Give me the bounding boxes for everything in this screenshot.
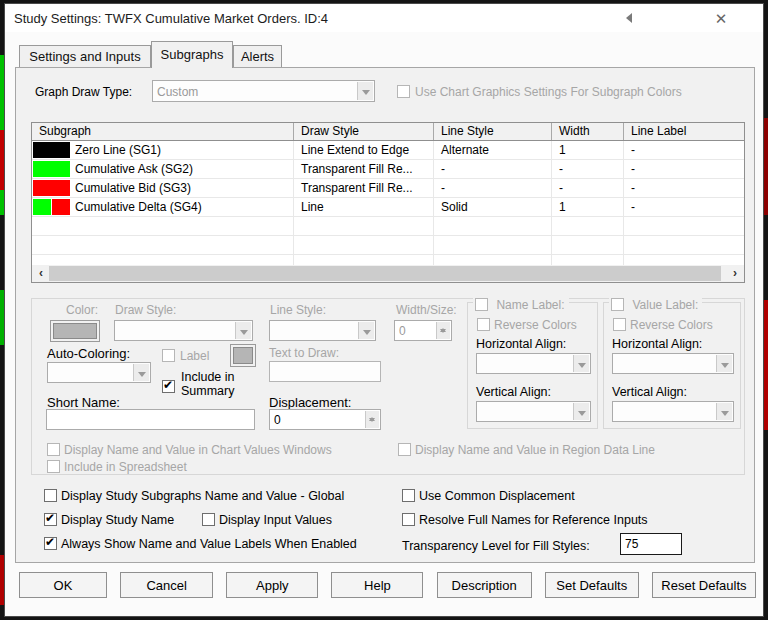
reset-defaults-button[interactable]: Reset Defaults <box>652 572 756 598</box>
include-in-summary-label: Include in Summary <box>181 370 257 398</box>
line-label-cell: - <box>624 160 744 178</box>
line-style-label: Line Style: <box>270 303 326 317</box>
name-label-group: Name Label: Reverse Colors Horizontal Al… <box>467 302 598 429</box>
color-swatch <box>33 142 70 158</box>
color-swatch <box>33 180 70 196</box>
table-row-sg1[interactable]: Zero Line (SG1) Line Extend to Edge Alte… <box>32 141 744 160</box>
col-header-line-style: Line Style <box>434 123 552 140</box>
col-header-width: Width <box>552 123 624 140</box>
displacement-spinner[interactable]: 0 <box>269 409 381 430</box>
auto-coloring-label: Auto-Coloring: <box>47 346 130 361</box>
color-swatch-split <box>33 199 70 215</box>
reverse-colors-label: Reverse Colors <box>494 318 577 332</box>
chevron-down-icon <box>235 322 251 339</box>
line-style-combo <box>269 320 376 341</box>
color-swatch-button <box>50 320 100 342</box>
display-study-name-label: Display Study Name <box>61 513 174 527</box>
tab-settings-and-inputs[interactable]: Settings and Inputs <box>19 45 151 68</box>
draw-style-cell: Transparent Fill Re... <box>294 179 434 197</box>
scroll-left-icon[interactable]: ‹ <box>33 265 49 282</box>
always-show-labels-checkbox[interactable] <box>44 537 57 550</box>
tab-alerts[interactable]: Alerts <box>233 45 282 68</box>
transparency-input[interactable] <box>620 533 682 555</box>
table-row-sg2[interactable]: Cumulative Ask (SG2) Transparent Fill Re… <box>32 160 744 179</box>
display-input-values-label: Display Input Values <box>219 513 332 527</box>
width-size-label: Width/Size: <box>396 303 457 317</box>
window-title: Study Settings: TWFX Cumulative Market O… <box>14 11 328 26</box>
displacement-label: Displacement: <box>269 395 351 410</box>
dialog-button-row: OK Cancel Apply Help Description Set Def… <box>19 572 756 598</box>
display-study-name-checkbox[interactable] <box>44 513 57 526</box>
horizontal-scrollbar[interactable]: ‹ › <box>32 265 744 282</box>
col-header-line-label: Line Label <box>624 123 744 140</box>
help-button[interactable]: Help <box>331 572 423 598</box>
horizontal-align-combo <box>612 353 734 374</box>
width-cell: 1 <box>552 198 624 216</box>
title-bar[interactable]: Study Settings: TWFX Cumulative Market O… <box>5 4 763 32</box>
tab-subgraphs[interactable]: Subgraphs <box>151 41 233 68</box>
table-header-row: Subgraph Draw Style Line Style Width Lin… <box>32 123 744 141</box>
draw-style-combo <box>114 320 253 341</box>
ok-button[interactable]: OK <box>19 572 107 598</box>
apply-button[interactable]: Apply <box>226 572 318 598</box>
label-checkbox-label: Label <box>180 349 209 363</box>
col-header-draw-style: Draw Style <box>294 123 434 140</box>
subgraph-table: Subgraph Draw Style Line Style Width Lin… <box>31 122 745 283</box>
scroll-right-icon[interactable]: › <box>727 265 743 282</box>
color-swatch <box>33 161 70 177</box>
short-name-input[interactable] <box>46 409 255 430</box>
color-label: Color: <box>66 303 98 317</box>
resolve-full-names-checkbox[interactable] <box>402 513 415 526</box>
draw-style-cell: Transparent Fill Re... <box>294 160 434 178</box>
vertical-align-combo <box>612 401 734 422</box>
use-chart-graphics-checkbox <box>397 85 410 98</box>
include-in-summary-checkbox[interactable] <box>162 380 175 393</box>
table-row-sg4[interactable]: Cumulative Delta (SG4) Line Solid 1 - <box>32 198 744 217</box>
width-cell: 1 <box>552 141 624 159</box>
displacement-value: 0 <box>274 413 281 427</box>
auto-coloring-combo <box>47 362 151 383</box>
cancel-button[interactable]: Cancel <box>120 572 213 598</box>
name-label-checkbox <box>475 298 488 311</box>
description-button[interactable]: Description <box>437 572 532 598</box>
text-to-draw-input <box>269 361 381 382</box>
table-row-sg3[interactable]: Cumulative Bid (SG3) Transparent Fill Re… <box>32 179 744 198</box>
chevron-down-icon <box>716 403 732 420</box>
vertical-align-label: Vertical Align: <box>476 385 551 399</box>
study-settings-dialog: Study Settings: TWFX Cumulative Market O… <box>4 3 764 617</box>
reverse-colors-label: Reverse Colors <box>630 318 713 332</box>
name-label-group-title: Name Label: <box>473 295 569 310</box>
subgraphs-tab-page: Graph Draw Type: Custom Use Chart Graphi… <box>15 67 755 563</box>
subgraph-name: Cumulative Delta (SG4) <box>70 198 202 216</box>
display-region-data-label: Display Name and Value in Region Data Li… <box>415 443 655 457</box>
line-label-cell: - <box>624 179 744 197</box>
line-label-cell: - <box>624 198 744 216</box>
table-row-empty <box>32 236 744 255</box>
graph-draw-type-label: Graph Draw Type: <box>35 85 132 99</box>
width-cell: - <box>552 160 624 178</box>
subgraph-name: Cumulative Ask (SG2) <box>70 160 193 178</box>
scrollbar-thumb[interactable] <box>49 266 721 281</box>
display-subgraphs-global-label: Display Study Subgraphs Name and Value -… <box>61 489 344 503</box>
line-style-cell: Alternate <box>434 141 552 159</box>
chevron-down-icon <box>716 355 732 372</box>
collapse-arrow-icon[interactable] <box>626 13 632 23</box>
spinner-arrows-icon[interactable] <box>365 411 379 428</box>
col-header-subgraph: Subgraph <box>32 123 294 140</box>
text-to-draw-label: Text to Draw: <box>269 346 339 360</box>
subgraph-name: Cumulative Bid (SG3) <box>70 179 191 197</box>
close-icon[interactable]: ✕ <box>708 8 734 30</box>
label-checkbox <box>162 349 175 362</box>
use-common-displacement-label: Use Common Displacement <box>419 489 575 503</box>
table-body: Zero Line (SG1) Line Extend to Edge Alte… <box>32 141 744 266</box>
display-chart-values-checkbox <box>47 443 60 456</box>
transparency-label: Transparency Level for Fill Styles: <box>402 539 590 553</box>
value-label-checkbox <box>611 298 624 311</box>
set-defaults-button[interactable]: Set Defaults <box>545 572 639 598</box>
horizontal-align-label: Horizontal Align: <box>612 337 702 351</box>
use-common-displacement-checkbox[interactable] <box>402 489 415 502</box>
display-subgraphs-global-checkbox[interactable] <box>44 489 57 502</box>
display-input-values-checkbox[interactable] <box>202 513 215 526</box>
color-swatch <box>233 347 253 364</box>
width-size-spinner: 0 <box>394 320 452 341</box>
